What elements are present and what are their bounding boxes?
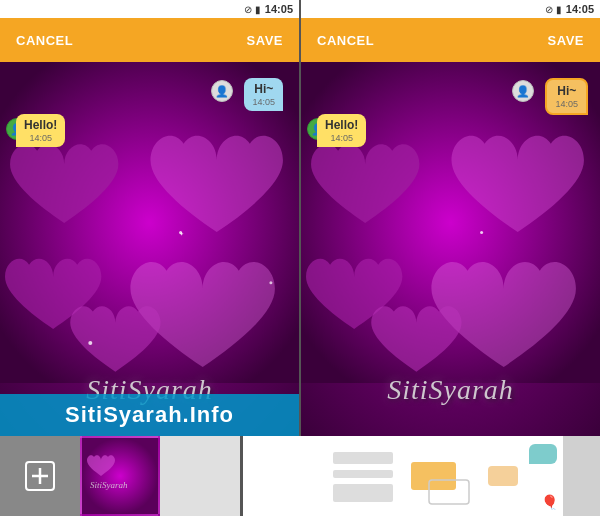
left-status-icons: ⊘ ▮: [244, 4, 261, 15]
thumb-blank-left[interactable]: [160, 436, 240, 516]
thumb-orange-rect[interactable]: [403, 436, 483, 516]
thumb-blank-right[interactable]: [243, 436, 323, 516]
right-bubble-hello-text: Hello!: [325, 118, 358, 132]
left-bubble-hello-time: 14:05: [29, 133, 52, 143]
right-bubble-hi-time: 14:05: [555, 99, 578, 109]
right-bubble-hi[interactable]: Hi~ 14:05: [545, 78, 588, 115]
right-save-button[interactable]: SAVE: [548, 33, 584, 48]
main-container: ⊘ ▮ 14:05 CANCEL SAVE: [0, 0, 600, 436]
left-watermark: SitiSyarah.Info: [0, 394, 299, 436]
thumb-lines-template[interactable]: [323, 436, 403, 516]
svg-text:✦: ✦: [179, 231, 184, 237]
left-panel: ⊘ ▮ 14:05 CANCEL SAVE: [0, 0, 299, 436]
right-canvas: ✦ ✦ 👤 Hi~ 14:05 👤 Hello! 14:05 SitiSyara…: [301, 62, 600, 436]
thumb-preview-item[interactable]: SitiSyarah: [80, 436, 160, 516]
left-status-time: 14:05: [265, 3, 293, 15]
balloon-icon: 🎈: [541, 494, 558, 510]
left-status-bar: ⊘ ▮ 14:05: [0, 0, 299, 18]
right-status-time: 14:05: [566, 3, 594, 15]
add-frame-icon: [24, 460, 56, 492]
orange-shape: [488, 466, 518, 486]
teal-bubble: [529, 444, 557, 464]
right-status-icons: ⊘ ▮: [545, 4, 562, 15]
left-cancel-button[interactable]: CANCEL: [16, 33, 73, 48]
right-cancel-button[interactable]: CANCEL: [317, 33, 374, 48]
right-toolbar: CANCEL SAVE: [301, 18, 600, 62]
thumb-preview-svg: SitiSyarah: [82, 438, 158, 514]
svg-text:SitiSyarah: SitiSyarah: [90, 480, 128, 490]
thumbnail-strip: SitiSyarah 🎈: [0, 436, 600, 516]
lines-template-svg: [331, 444, 395, 508]
svg-point-4: [88, 341, 92, 345]
right-no-sim-icon: ⊘: [545, 4, 553, 15]
svg-rect-23: [411, 462, 456, 490]
svg-rect-20: [333, 452, 393, 464]
svg-point-12: [480, 231, 483, 234]
left-bubble-hi[interactable]: Hi~ 14:05: [244, 78, 283, 111]
thumb-add-button[interactable]: [0, 436, 80, 516]
orange-rect-svg: [409, 442, 477, 510]
right-bubble-hi-text: Hi~: [557, 84, 576, 98]
left-bubble-hello[interactable]: Hello! 14:05: [16, 114, 65, 147]
right-status-bar: ⊘ ▮ 14:05: [301, 0, 600, 18]
battery-icon: ▮: [255, 4, 261, 15]
right-battery-icon: ▮: [556, 4, 562, 15]
left-toolbar: CANCEL SAVE: [0, 18, 299, 62]
svg-rect-22: [333, 484, 393, 502]
left-bubble-hi-text: Hi~: [254, 82, 273, 96]
right-avatar-hi: 👤: [512, 80, 534, 102]
svg-point-5: [269, 281, 272, 284]
right-bubble-hello[interactable]: Hello! 14:05: [317, 114, 366, 147]
left-canvas: ✦ ✦ ✦ 👤 Hi~ 14:05 👤 Hello! 14:05 SitiSya…: [0, 62, 299, 436]
right-panel: ⊘ ▮ 14:05 CANCEL SAVE: [301, 0, 600, 436]
right-bubble-hello-time: 14:05: [330, 133, 353, 143]
no-sim-icon: ⊘: [244, 4, 252, 15]
left-bubble-hello-text: Hello!: [24, 118, 57, 132]
left-save-button[interactable]: SAVE: [247, 33, 283, 48]
svg-point-3: [179, 231, 182, 234]
thumb-stickers[interactable]: 🎈: [483, 436, 563, 516]
left-avatar-hi: 👤: [211, 80, 233, 102]
right-canvas-title: SitiSyarah: [301, 374, 600, 406]
svg-rect-21: [333, 470, 393, 478]
svg-rect-18: [82, 438, 158, 514]
left-bubble-hi-time: 14:05: [252, 97, 275, 107]
